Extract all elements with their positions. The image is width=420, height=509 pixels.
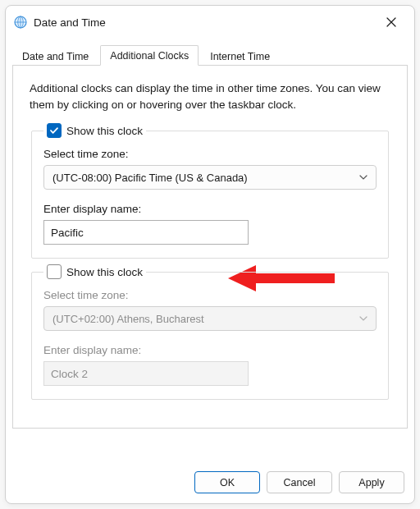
clock2-name-value: Clock 2 <box>51 368 88 380</box>
clock2-name-label: Enter display name: <box>43 344 377 356</box>
tab-additional-clocks[interactable]: Additional Clocks <box>100 45 199 66</box>
clock2-show-label: Show this clock <box>66 266 143 278</box>
tab-date-and-time[interactable]: Date and Time <box>12 46 98 66</box>
cancel-button[interactable]: Cancel <box>267 471 332 493</box>
clock2-group: Show this clock Select time zone: (UTC+0… <box>31 272 389 400</box>
chevron-down-icon <box>359 173 368 181</box>
tab-internet-time[interactable]: Internet Time <box>200 46 280 66</box>
clock1-tz-label: Select time zone: <box>43 148 377 160</box>
tab-strip: Date and Time Additional Clocks Internet… <box>12 42 408 65</box>
clock-globe-icon <box>14 16 27 29</box>
close-button[interactable] <box>378 12 404 32</box>
clock1-show-checkbox[interactable] <box>47 123 62 138</box>
titlebar: Date and Time <box>6 6 414 37</box>
close-icon <box>386 17 396 27</box>
clock1-tz-select[interactable]: (UTC-08:00) Pacific Time (US & Canada) <box>43 165 377 190</box>
clock2-name-input: Clock 2 <box>43 361 249 386</box>
clock2-tz-select: (UTC+02:00) Athens, Bucharest <box>43 306 377 331</box>
dialog-buttons: OK Cancel Apply <box>6 465 414 503</box>
chevron-down-icon <box>359 314 368 323</box>
clock2-tz-value: (UTC+02:00) Athens, Bucharest <box>52 313 204 325</box>
window-title: Date and Time <box>34 16 378 29</box>
clock2-show-checkbox[interactable] <box>47 264 62 279</box>
clock1-group: Show this clock Select time zone: (UTC-0… <box>31 131 389 259</box>
clock1-show-label: Show this clock <box>66 125 143 137</box>
clock1-name-input[interactable]: Pacific <box>43 220 249 245</box>
apply-button[interactable]: Apply <box>339 471 404 493</box>
intro-text: Additional clocks can display the time i… <box>30 80 390 112</box>
ok-button[interactable]: OK <box>194 471 260 493</box>
clock2-tz-label: Select time zone: <box>43 289 377 301</box>
check-icon <box>49 126 59 135</box>
clock1-name-value: Pacific <box>51 227 84 239</box>
date-time-dialog: Date and Time Date and Time Additional C… <box>5 5 415 504</box>
clock1-name-label: Enter display name: <box>43 203 377 215</box>
clock1-tz-value: (UTC-08:00) Pacific Time (US & Canada) <box>52 172 248 184</box>
tab-content: Additional clocks can display the time i… <box>12 65 408 429</box>
